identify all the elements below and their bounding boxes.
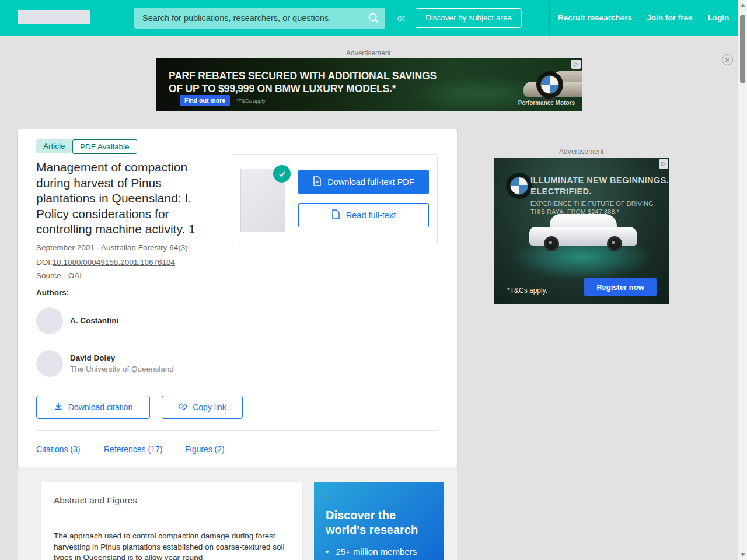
doi-link[interactable]: 10.1080/00049158.2001.10676184 (53, 258, 175, 267)
or-separator-label: or (397, 0, 404, 36)
abstract-heading: Abstract and Figures (54, 495, 137, 506)
read-fulltext-button[interactable]: Read full-text (298, 203, 429, 228)
copy-link-label: Copy link (193, 402, 226, 412)
side-ad-tcs: *T&Cs apply. (507, 286, 547, 295)
bmw-suv-image (526, 211, 643, 254)
side-ad-headline2: ELECTRIFIED. (530, 187, 592, 196)
download-fulltext-pdf-button[interactable]: Download full-text PDF (298, 170, 429, 194)
publication-date: September 2001 · (36, 243, 101, 252)
researchgate-logo[interactable] (18, 10, 90, 24)
scroll-up-icon[interactable] (741, 4, 745, 7)
discover-research-card: Discover the world's research • 25+ mill… (314, 482, 444, 560)
sidebar-ad[interactable]: ILLUMINATE NEW BEGINNINGS. ELECTRIFIED. … (494, 158, 669, 304)
source-label: Source · (36, 271, 68, 280)
nav-login[interactable]: Login (699, 0, 738, 36)
advertisement-label-top: Advertisement (346, 49, 391, 57)
top-navbar: or Discover by subject area Recruit rese… (0, 0, 738, 36)
read-fulltext-label: Read full-text (346, 211, 396, 220)
scroll-down-icon[interactable] (741, 553, 745, 556)
discover-bullet: • 25+ million members (326, 547, 417, 556)
side-ad-subline1: EXPERIENCE THE FUTURE OF DRIVING (530, 200, 654, 207)
file-download-icon (313, 176, 322, 188)
author-name-costantini[interactable]: A. Costantini (70, 316, 118, 325)
file-icon (331, 209, 340, 221)
close-ad-icon[interactable]: ✕ (722, 54, 733, 65)
download-fulltext-label: Download full-text PDF (327, 177, 414, 187)
download-citation-label: Download citation (68, 402, 133, 412)
divider (36, 430, 438, 430)
authors-heading: Authors: (36, 288, 69, 297)
ad-dealer-name: Performance Motors (518, 100, 575, 106)
adchoices-icon[interactable]: ▷ (659, 159, 668, 169)
abstract-text: The approach used to control compaction … (54, 531, 288, 560)
link-icon (178, 402, 187, 413)
source-oai-link[interactable]: OAI (68, 271, 82, 280)
discover-by-subject-button[interactable]: Discover by subject area (416, 8, 522, 28)
publication-meta-line: September 2001 · Australian Forestry 64(… (36, 243, 188, 252)
pdf-available-check-icon (273, 165, 291, 183)
source-line: Source · OAI (36, 271, 82, 280)
doi-line: DOI:10.1080/00049158.2001.10676184 (36, 258, 175, 267)
article-body-section: Abstract and Figures The approach used t… (18, 467, 457, 560)
ad-tcs-text: *T&Cs apply (236, 98, 266, 104)
side-ad-headline1: ILLUMINATE NEW BEGINNINGS. (530, 176, 669, 185)
article-type-badge: Article (36, 139, 72, 153)
copy-link-button[interactable]: Copy link (162, 396, 243, 419)
discover-title: Discover the world's research (326, 508, 431, 537)
nav-join-for-free[interactable]: Join for free (641, 0, 699, 36)
ad-headline-line2: OF UP TO $99,999 ON BMW LUXURY MODELS.* (169, 83, 396, 95)
tab-citations[interactable]: Citations (3) (36, 444, 80, 454)
author-avatar[interactable] (36, 307, 63, 334)
search-bar (134, 8, 385, 29)
nav-recruit-researchers[interactable]: Recruit researchers (549, 0, 641, 36)
download-icon (54, 402, 63, 413)
abstract-card: Abstract and Figures The approach used t… (41, 482, 302, 560)
page: or Discover by subject area Recruit rese… (0, 0, 747, 560)
advertisement-label-side: Advertisement (559, 148, 604, 156)
top-banner-ad[interactable]: PARF REBATES SECURED WITH ADDITIONAL SAV… (156, 58, 582, 111)
ad-find-out-more-button[interactable]: Find out more (180, 95, 230, 106)
scrollbar-thumb[interactable] (740, 15, 745, 83)
ad-headline-line1: PARF REBATES SECURED WITH ADDITIONAL SAV… (169, 70, 437, 82)
discover-members-count: 25+ million members (336, 547, 417, 556)
register-now-button[interactable]: Register now (584, 278, 657, 296)
search-input[interactable] (134, 8, 385, 29)
bmw-logo-icon (536, 71, 563, 98)
journal-volume: 64(3) (167, 243, 187, 252)
search-icon[interactable] (368, 12, 379, 24)
tab-figures[interactable]: Figures (2) (185, 444, 225, 454)
fulltext-access-panel: Download full-text PDF Read full-text (232, 154, 438, 244)
vertical-scrollbar[interactable] (738, 0, 747, 560)
author-name-doley[interactable]: David Doley (70, 354, 115, 362)
publication-title: Management of compaction during harvest … (36, 160, 209, 237)
author-affiliation: The University of Queensland (70, 365, 174, 373)
adchoices-icon[interactable]: ▷ (571, 60, 581, 69)
download-citation-button[interactable]: Download citation (36, 396, 150, 419)
journal-link[interactable]: Australian Forestry (101, 243, 167, 252)
doi-label: DOI: (36, 258, 53, 267)
rg-logo-dot (326, 498, 327, 499)
pdf-available-badge: PDF Available (72, 139, 137, 154)
author-avatar[interactable] (36, 350, 63, 377)
tab-references[interactable]: References (17) (104, 444, 162, 454)
bmw-logo-icon (506, 173, 532, 199)
divider (41, 517, 302, 517)
publication-card: Article PDF Available Management of comp… (18, 130, 457, 467)
bullet-marker: • (326, 547, 329, 556)
